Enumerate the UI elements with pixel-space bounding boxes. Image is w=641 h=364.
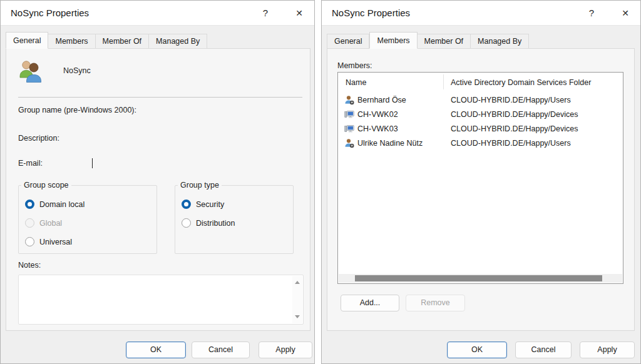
user-icon: [344, 138, 354, 148]
remove-button: Remove: [406, 295, 465, 311]
notes-input[interactable]: [18, 275, 304, 325]
cancel-button[interactable]: Cancel: [192, 341, 250, 358]
column-header-name[interactable]: Name: [346, 78, 366, 87]
radio-distribution[interactable]: Distribution: [182, 218, 235, 228]
radio-global: Global: [25, 218, 62, 228]
notes-label: Notes:: [18, 261, 41, 270]
column-header-folder[interactable]: Active Directory Domain Services Folder: [451, 78, 591, 87]
radio-unchecked-icon: [182, 218, 191, 228]
radio-label: Security: [196, 200, 224, 209]
member-name: Bernhard Öse: [357, 96, 406, 104]
properties-dialog-members: NoSync Properties ? ✕ General Members Me…: [321, 0, 641, 364]
group-scope-legend: Group scope: [21, 181, 71, 190]
group-name-label: Group name (pre-Windows 2000):: [18, 106, 136, 114]
user-icon: [344, 95, 354, 105]
apply-button[interactable]: Apply: [580, 341, 635, 358]
member-folder: CLOUD-HYBRID.DE/Happy/Devices: [451, 110, 578, 119]
group-display-name: NoSync: [63, 66, 91, 75]
tab-managed-by[interactable]: Managed By: [149, 34, 207, 49]
tab-managed-by[interactable]: Managed By: [471, 34, 529, 49]
titlebar[interactable]: NoSync Properties ? ✕: [1, 1, 314, 26]
tab-bar: General Members Member Of Managed By: [6, 32, 207, 49]
scroll-up-icon[interactable]: [295, 281, 300, 284]
add-button[interactable]: Add...: [341, 295, 399, 311]
close-icon[interactable]: ✕: [615, 1, 635, 26]
members-label: Members:: [337, 61, 372, 70]
radio-universal[interactable]: Universal: [25, 237, 72, 246]
notes-scrollbar[interactable]: [292, 276, 302, 323]
member-name: CH-VWK03: [357, 124, 398, 133]
help-icon[interactable]: ?: [255, 1, 275, 26]
description-label: Description:: [18, 134, 59, 143]
tab-members[interactable]: Members: [369, 32, 417, 49]
close-icon[interactable]: ✕: [289, 1, 309, 26]
column-divider[interactable]: [443, 74, 444, 89]
text-caret: [92, 158, 93, 168]
radio-domain-local[interactable]: Domain local: [25, 200, 85, 209]
member-row[interactable]: Ulrike Nadine Nütz CLOUD-HYBRID.DE/Happy…: [338, 137, 623, 150]
radio-label: Global: [39, 219, 62, 228]
tab-members[interactable]: Members: [48, 34, 95, 49]
tab-member-of[interactable]: Member Of: [96, 34, 150, 49]
tab-bar: General Members Member Of Managed By: [327, 32, 529, 49]
ok-button[interactable]: OK: [447, 341, 507, 358]
separator: [18, 97, 302, 98]
group-icon: [18, 58, 43, 83]
radio-security[interactable]: Security: [182, 200, 224, 209]
apply-button[interactable]: Apply: [259, 341, 312, 358]
group-type-legend: Group type: [178, 181, 222, 190]
radio-label: Domain local: [39, 200, 85, 209]
member-name: CH-VWK02: [357, 110, 398, 119]
horizontal-scrollbar[interactable]: [339, 274, 622, 283]
scrollbar-thumb[interactable]: [355, 275, 602, 281]
member-name: Ulrike Nadine Nütz: [357, 139, 423, 148]
computer-icon: [344, 124, 354, 134]
radio-checked-icon: [25, 200, 34, 209]
tab-general[interactable]: General: [327, 34, 369, 49]
properties-dialog-general: NoSync Properties ? ✕ General Members Me…: [0, 0, 315, 364]
scroll-down-icon[interactable]: [295, 315, 300, 318]
radio-unchecked-icon: [25, 237, 34, 246]
dialog-title: NoSync Properties: [332, 1, 410, 26]
member-row[interactable]: CH-VWK02 CLOUD-HYBRID.DE/Happy/Devices: [338, 108, 623, 121]
member-folder: CLOUD-HYBRID.DE/Happy/Users: [451, 139, 571, 148]
email-label: E-mail:: [18, 159, 43, 168]
ok-button[interactable]: OK: [126, 341, 186, 358]
titlebar[interactable]: NoSync Properties ? ✕: [322, 1, 640, 26]
computer-icon: [344, 109, 354, 119]
member-folder: CLOUD-HYBRID.DE/Happy/Devices: [451, 124, 578, 133]
members-list[interactable]: Name Active Directory Domain Services Fo…: [337, 72, 623, 284]
radio-label: Distribution: [196, 219, 235, 228]
radio-disabled-icon: [25, 218, 34, 228]
tab-general[interactable]: General: [6, 32, 48, 49]
radio-checked-icon: [182, 200, 191, 209]
member-row[interactable]: CH-VWK03 CLOUD-HYBRID.DE/Happy/Devices: [338, 123, 623, 136]
member-row[interactable]: Bernhard Öse CLOUD-HYBRID.DE/Happy/Users: [338, 94, 623, 107]
member-folder: CLOUD-HYBRID.DE/Happy/Users: [451, 96, 571, 104]
dialog-title: NoSync Properties: [11, 1, 89, 26]
group-type-fieldset: Group type Security Distribution: [175, 181, 294, 254]
help-icon[interactable]: ?: [582, 1, 602, 26]
tab-member-of[interactable]: Member Of: [418, 34, 471, 49]
group-scope-fieldset: Group scope Domain local Global Universa…: [18, 181, 157, 254]
radio-label: Universal: [39, 238, 72, 246]
cancel-button[interactable]: Cancel: [515, 341, 572, 358]
